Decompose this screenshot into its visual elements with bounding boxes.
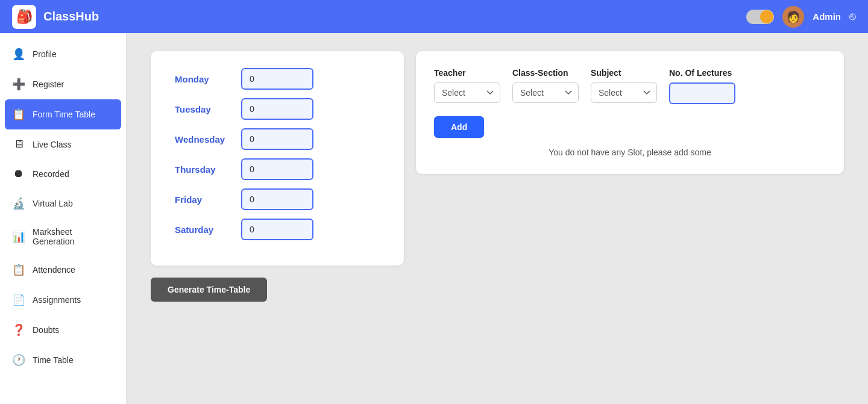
sidebar-item-doubts[interactable]: ❓ Doubts [0, 315, 126, 345]
content-row: Monday Tuesday Wednesday Thursday Friday [151, 51, 844, 266]
teacher-col: Teacher Select [434, 68, 500, 103]
wednesday-label: Wednesday [175, 134, 241, 145]
toggle-knob [760, 10, 773, 23]
recorded-icon: ⏺ [12, 167, 25, 180]
sidebar-item-recorded[interactable]: ⏺ Recorded [0, 159, 126, 188]
virtual-lab-icon: 🔬 [12, 197, 25, 210]
thursday-input[interactable] [241, 158, 313, 180]
header-left: 🎒 ClassHub [12, 5, 99, 29]
sidebar-item-label: Doubts [33, 325, 59, 335]
sidebar-item-label: Profile [33, 49, 57, 59]
class-section-col: Class-Section Select [512, 68, 579, 103]
sidebar-item-register[interactable]: ➕ Register [0, 69, 126, 99]
subject-col: Subject Select [591, 68, 657, 103]
time-table-icon: 🕐 [12, 353, 25, 367]
thursday-row: Thursday [175, 158, 380, 180]
sidebar-item-virtual-lab[interactable]: 🔬 Virtual Lab [0, 188, 126, 219]
teacher-select[interactable]: Select [434, 82, 500, 103]
sidebar-item-label: Recorded [33, 169, 69, 179]
monday-row: Monday [175, 68, 380, 90]
profile-icon: 👤 [12, 48, 25, 61]
sidebar-item-label: Attendence [33, 265, 75, 275]
sidebar-item-label: Register [33, 79, 64, 89]
no-of-lectures-col: No. Of Lectures [669, 68, 735, 104]
slot-form-header: Teacher Select Class-Section Select Subj… [434, 68, 826, 104]
friday-row: Friday [175, 188, 380, 210]
sidebar-item-label: Live Class [33, 140, 72, 149]
layout: 👤 Profile ➕ Register 📋 Form Time Table 🖥… [0, 33, 868, 404]
sidebar-item-label: Time Table [33, 355, 74, 365]
sidebar-item-form-time-table[interactable]: 📋 Form Time Table [5, 99, 121, 129]
saturday-input[interactable] [241, 219, 313, 240]
sidebar-item-label: Marksheet Generation [33, 227, 114, 246]
thursday-label: Thursday [175, 164, 241, 175]
class-section-label: Class-Section [512, 68, 579, 78]
sidebar-item-label: Virtual Lab [33, 199, 73, 208]
saturday-label: Saturday [175, 225, 241, 235]
sidebar-item-attendence[interactable]: 📋 Attendence [0, 255, 126, 285]
assignments-icon: 📄 [12, 293, 25, 306]
logo-icon: 🎒 [12, 5, 36, 29]
tuesday-input[interactable] [241, 98, 313, 120]
saturday-row: Saturday [175, 219, 380, 240]
generate-timetable-button[interactable]: Generate Time-Table [151, 278, 267, 302]
wednesday-input[interactable] [241, 128, 313, 150]
theme-toggle[interactable] [746, 10, 774, 24]
no-slot-message: You do not have any Slot, please add som… [434, 148, 826, 157]
friday-label: Friday [175, 194, 241, 205]
sidebar-item-marksheet-generation[interactable]: 📊 Marksheet Generation [0, 219, 126, 255]
marksheet-icon: 📊 [12, 230, 25, 243]
avatar: 🧑 [782, 6, 804, 28]
header-right: 🧑 Admin ⎋ [746, 6, 856, 28]
class-section-select[interactable]: Select [512, 82, 579, 103]
no-of-lectures-input[interactable] [669, 82, 735, 104]
teacher-label: Teacher [434, 68, 500, 78]
logout-icon[interactable]: ⎋ [849, 10, 856, 23]
app-name: ClassHub [43, 10, 99, 23]
slot-card: Teacher Select Class-Section Select Subj… [416, 51, 844, 174]
register-icon: ➕ [12, 78, 25, 91]
attendence-icon: 📋 [12, 263, 25, 276]
tuesday-row: Tuesday [175, 98, 380, 120]
friday-input[interactable] [241, 188, 313, 210]
live-class-icon: 🖥 [12, 138, 25, 151]
admin-name: Admin [813, 11, 841, 22]
sidebar-item-profile[interactable]: 👤 Profile [0, 39, 126, 69]
sidebar-item-live-class[interactable]: 🖥 Live Class [0, 129, 126, 159]
subject-select[interactable]: Select [591, 82, 657, 103]
doubts-icon: ❓ [12, 323, 25, 337]
add-button[interactable]: Add [434, 116, 484, 138]
wednesday-row: Wednesday [175, 128, 380, 150]
sidebar-item-assignments[interactable]: 📄 Assignments [0, 285, 126, 315]
tuesday-label: Tuesday [175, 104, 241, 114]
sidebar: 👤 Profile ➕ Register 📋 Form Time Table 🖥… [0, 33, 127, 404]
main-content: Monday Tuesday Wednesday Thursday Friday [127, 33, 868, 404]
monday-label: Monday [175, 74, 241, 84]
sidebar-item-time-table[interactable]: 🕐 Time Table [0, 345, 126, 375]
days-card: Monday Tuesday Wednesday Thursday Friday [151, 51, 404, 266]
sidebar-item-label: Form Time Table [33, 110, 95, 119]
subject-label: Subject [591, 68, 657, 78]
form-time-table-icon: 📋 [12, 108, 25, 121]
no-of-lectures-label: No. Of Lectures [669, 68, 735, 78]
sidebar-item-label: Assignments [33, 295, 81, 305]
monday-input[interactable] [241, 68, 313, 90]
header: 🎒 ClassHub 🧑 Admin ⎋ [0, 0, 868, 33]
